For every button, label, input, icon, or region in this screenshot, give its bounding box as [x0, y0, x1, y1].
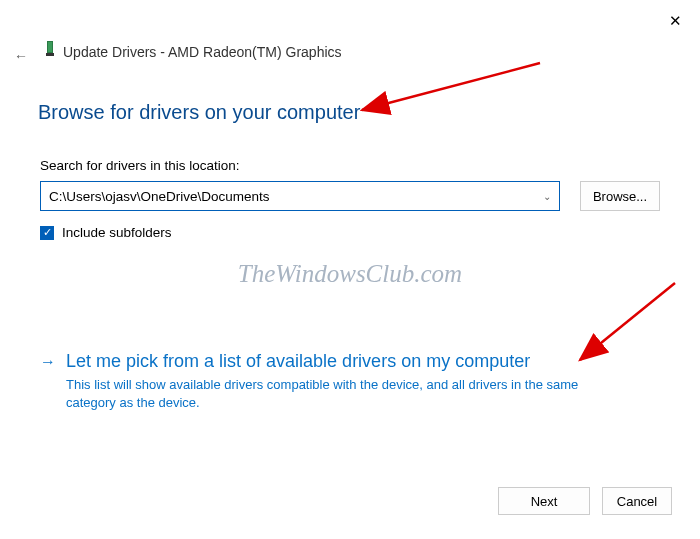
pick-from-list-title: Let me pick from a list of available dri…: [66, 351, 530, 372]
browse-button[interactable]: Browse...: [580, 181, 660, 211]
annotation-arrow: [350, 55, 550, 125]
arrow-right-icon: →: [40, 353, 56, 371]
include-subfolders-row[interactable]: Include subfolders: [40, 225, 172, 240]
close-icon[interactable]: ✕: [669, 12, 682, 30]
cancel-button[interactable]: Cancel: [602, 487, 672, 515]
chevron-down-icon[interactable]: ⌄: [535, 191, 559, 202]
page-heading: Browse for drivers on your computer: [38, 101, 360, 124]
next-button[interactable]: Next: [498, 487, 590, 515]
driver-path-input[interactable]: [41, 189, 535, 204]
watermark-text: TheWindowsClub.com: [0, 260, 700, 288]
dialog-button-bar: Next Cancel: [498, 487, 672, 515]
back-icon[interactable]: ←: [14, 48, 28, 64]
pick-from-list-option[interactable]: → Let me pick from a list of available d…: [40, 351, 650, 411]
svg-line-1: [362, 63, 540, 110]
driver-device-icon: [46, 41, 54, 56]
svg-line-3: [580, 283, 675, 360]
update-drivers-dialog: ✕ ← Update Drivers - AMD Radeon(TM) Grap…: [0, 0, 700, 539]
include-subfolders-label: Include subfolders: [62, 225, 172, 240]
include-subfolders-checkbox[interactable]: [40, 226, 54, 240]
driver-path-combobox[interactable]: ⌄: [40, 181, 560, 211]
pick-from-list-description: This list will show available drivers co…: [66, 376, 626, 411]
search-location-label: Search for drivers in this location:: [40, 158, 240, 173]
dialog-title: Update Drivers - AMD Radeon(TM) Graphics: [63, 44, 342, 60]
